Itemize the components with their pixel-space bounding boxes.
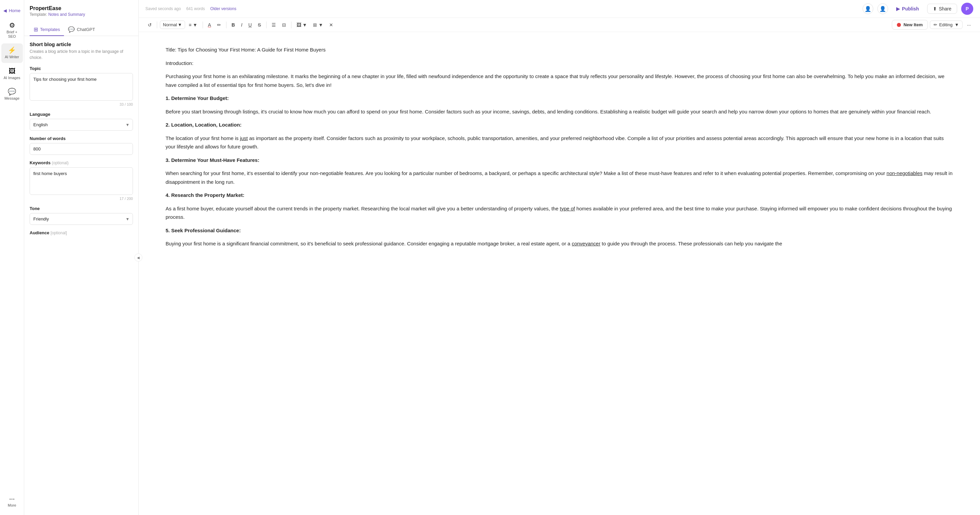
language-group: Language English Spanish French German ▼ (30, 112, 133, 131)
heading-1: 1. Determine Your Budget: (165, 94, 953, 103)
sidebar-item-brief-seo[interactable]: ⚙ Brief + SEO (2, 19, 23, 42)
clear-format-button[interactable]: ✕ (327, 21, 336, 29)
editing-chevron-icon: ▼ (955, 22, 959, 27)
panel-tabs: ⊞ Templates 💬 ChatGPT (24, 19, 138, 36)
sidebar-item-more[interactable]: ··· More (2, 492, 23, 511)
sidebar-item-message[interactable]: 💬 Message (2, 85, 23, 104)
sidebar-label-brief-seo: Brief + SEO (3, 30, 21, 39)
publish-button[interactable]: ▶ Publish (892, 4, 923, 13)
tab-chatgpt-label: ChatGPT (77, 27, 95, 32)
more-icon: ··· (9, 495, 15, 502)
table-button[interactable]: ⊞ ▼ (310, 21, 325, 29)
gear-icon: ⚙ (9, 22, 15, 29)
style-chevron-icon: ▼ (178, 22, 182, 27)
avatar: P (961, 3, 973, 15)
panel-content: Short blog article Creates a blog articl… (24, 36, 138, 515)
heading-5: 5. Seek Professional Guidance: (165, 226, 953, 235)
language-select-wrapper: English Spanish French German ▼ (30, 119, 133, 131)
lightning-icon: ⚡ (8, 47, 16, 54)
paragraph-4: As a first home buyer, educate yourself … (165, 204, 953, 222)
keywords-label: Keywords (optional) (30, 160, 133, 165)
undo-button[interactable]: ↺ (145, 21, 154, 29)
topic-group: Topic Tips for choosing your first home … (30, 66, 133, 106)
topic-char-count: 33 / 100 (30, 102, 133, 106)
image-button[interactable]: 🖼 ▼ (294, 21, 310, 29)
heading-4: 4. Research the Property Market: (165, 191, 953, 199)
image-icon: 🖼 (9, 68, 16, 74)
template-title: Short blog article (30, 41, 133, 47)
paragraph-0: Purchasing your first home is an exhilar… (165, 72, 953, 89)
toolbar-right: New Item ✏ Editing ▼ ··· (889, 20, 973, 30)
panel-header: PropertEase Template: Notes and Summary (24, 0, 138, 17)
editing-selector[interactable]: ✏ Editing ▼ (930, 21, 963, 29)
toolbar-sep-4 (266, 22, 267, 28)
bullet-list-button[interactable]: ☰ (269, 21, 278, 29)
sidebar-item-ai-writer[interactable]: ⚡ AI Writer (2, 43, 23, 62)
publish-label: Publish (902, 6, 919, 11)
collapse-panel-btn[interactable]: ◀ (134, 254, 142, 261)
underline-type-of: type of (560, 206, 575, 211)
publish-icon: ▶ (896, 6, 900, 11)
editor-toolbar: ↺ Normal ▼ ≡ ▼ A ✏ B I U S ☰ ⊟ 🖼 ▼ ⊞ ▼ ✕… (138, 18, 980, 32)
sidebar-label-more: More (8, 503, 16, 508)
user-icon-1: 👤 (862, 3, 873, 14)
style-label: Normal (163, 22, 177, 27)
topic-label: Topic (30, 66, 133, 71)
new-item-label: New Item (904, 22, 923, 27)
pencil-icon: ✏ (934, 22, 937, 27)
red-dot-icon (897, 23, 901, 27)
share-label: Share (939, 6, 951, 11)
sidebar-label-message: Message (5, 96, 19, 100)
word-count: 641 words (186, 6, 205, 11)
template-link[interactable]: Notes and Summary (48, 12, 85, 17)
italic-button[interactable]: I (239, 21, 245, 29)
text-color-button[interactable]: A (205, 21, 213, 29)
numbered-list-button[interactable]: ⊟ (280, 21, 288, 29)
share-button[interactable]: ⬆ Share (927, 4, 957, 14)
toolbar-sep-5 (291, 22, 291, 28)
words-input[interactable]: 800 (30, 143, 133, 155)
editor-area: Saved seconds ago 641 words Older versio… (138, 0, 980, 515)
underline-conveyancer: conveyancer (572, 241, 600, 246)
template-desc: Creates a blog article from a topic in t… (30, 48, 133, 61)
bold-button[interactable]: B (229, 21, 237, 29)
sidebar-item-ai-images[interactable]: 🖼 AI Images (2, 64, 23, 83)
user-icon-2: 👤 (877, 3, 888, 14)
chat-icon: 💬 (8, 88, 16, 95)
tone-select[interactable]: Friendly Professional Casual Formal (30, 213, 133, 225)
underline-button[interactable]: U (246, 21, 254, 29)
new-item-button[interactable]: New Item (892, 20, 928, 30)
words-label: Number of words (30, 136, 133, 141)
paragraph-2: The location of your first home is just … (165, 134, 953, 151)
share-icon: ⬆ (933, 6, 937, 11)
toolbar-sep-3 (226, 22, 226, 28)
more-options-button[interactable]: ··· (964, 21, 973, 29)
paragraph-3: When searching for your first home, it's… (165, 169, 953, 186)
editor-content[interactable]: Title: Tips for Choosing Your First Home… (138, 32, 980, 515)
tab-templates[interactable]: ⊞ Templates (30, 24, 64, 36)
home-nav[interactable]: ◀ Home (0, 4, 24, 17)
style-selector[interactable]: Normal ▼ (160, 21, 185, 29)
doc-title: Title: Tips for Choosing Your First Home… (165, 45, 953, 54)
heading-2: 2. Location, Location, Location: (165, 121, 953, 129)
top-bar-left: Saved seconds ago 641 words Older versio… (145, 6, 236, 11)
tab-chatgpt[interactable]: 💬 ChatGPT (64, 24, 99, 36)
strikethrough-button[interactable]: S (255, 21, 263, 29)
underline-non-negotiables: non-negotiables (886, 170, 923, 176)
template-line: Template: Notes and Summary (30, 12, 133, 17)
align-button[interactable]: ≡ ▼ (186, 21, 200, 29)
topic-input[interactable]: Tips for choosing your first home (30, 73, 133, 100)
tone-group: Tone Friendly Professional Casual Formal… (30, 206, 133, 225)
older-versions-link[interactable]: Older versions (210, 6, 236, 11)
words-group: Number of words 800 (30, 136, 133, 155)
sidebar-label-ai-writer: AI Writer (5, 55, 19, 59)
keywords-input[interactable]: first home buyers (30, 167, 133, 195)
tone-select-wrapper: Friendly Professional Casual Formal ▼ (30, 213, 133, 225)
underline-just: just (240, 135, 248, 141)
language-select[interactable]: English Spanish French German (30, 119, 133, 131)
highlight-button[interactable]: ✏ (215, 21, 223, 29)
keywords-group: Keywords (optional) first home buyers 17… (30, 160, 133, 201)
keywords-optional: (optional) (52, 161, 68, 165)
editing-label: Editing (939, 22, 953, 27)
sidebar-label-ai-images: AI Images (4, 76, 21, 80)
